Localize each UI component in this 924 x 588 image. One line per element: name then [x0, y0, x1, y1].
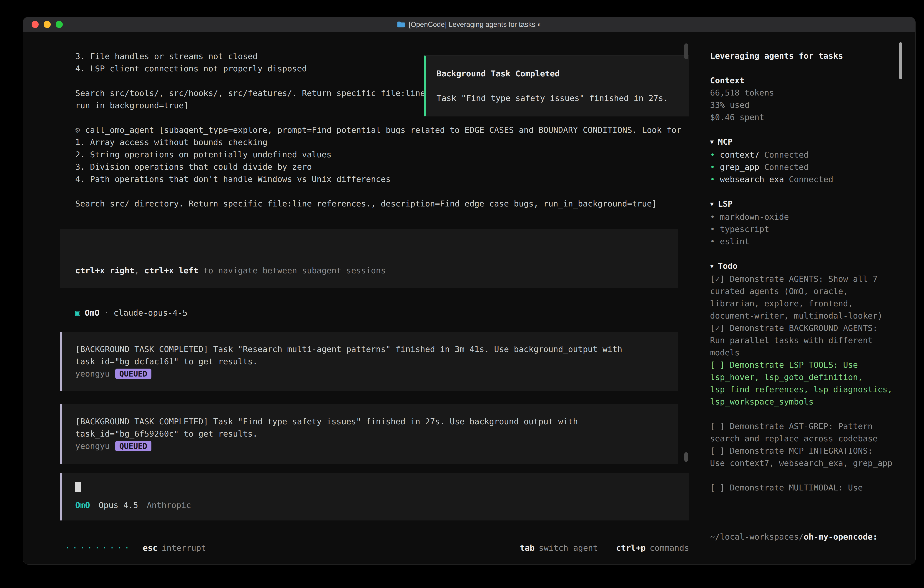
- todo-item: [✓] Demonstrate AGENTS: Show all 7 curat…: [710, 273, 902, 322]
- agent-header: ▣ OmO · claude-opus-4-5: [75, 307, 701, 319]
- collapse-arrow-icon: ▼: [710, 260, 714, 272]
- commands-key-label: commands: [650, 542, 689, 554]
- context-spent: $0.46 spent: [710, 111, 902, 124]
- collapse-arrow-icon: ▼: [710, 136, 714, 148]
- zoom-button[interactable]: [56, 21, 63, 28]
- tab-key-label: switch agent: [539, 542, 598, 554]
- todo-heading[interactable]: ▼Todo: [710, 260, 902, 273]
- mcp-item: • websearch_exa Connected: [710, 173, 902, 185]
- window-title: [OpenCode] Leveraging agents for tasks ◐: [409, 20, 541, 29]
- mcp-item: • context7 Connected: [710, 149, 902, 161]
- collapse-arrow-icon: ▼: [710, 198, 714, 210]
- lsp-name: markdown-oxide: [715, 212, 789, 221]
- conversation-pane: 3. File handles or streams not closed4. …: [23, 32, 701, 565]
- todo-item: [ ] Demonstrate MCP INTEGRATIONS: Use co…: [710, 445, 902, 469]
- input-model-name: Opus 4.5: [99, 499, 138, 511]
- model-indicator: OmO Opus 4.5 Anthropic: [75, 499, 680, 511]
- mcp-section: ▼MCP • context7 Connected• grep_app Conn…: [710, 136, 902, 185]
- session-title: Leveraging agents for tasks: [710, 50, 902, 62]
- message-block: [BACKGROUND TASK COMPLETED] Task "Resear…: [60, 332, 678, 391]
- statusbar-right: tab switch agent ctrl+p commands: [520, 542, 689, 554]
- mcp-name: grep_app: [715, 162, 759, 172]
- separator-dot: ·: [104, 307, 109, 319]
- agent-icon: ▣: [75, 307, 80, 319]
- lsp-heading[interactable]: ▼LSP: [710, 198, 902, 211]
- sidebar: Leveraging agents for tasks Context 66,5…: [701, 32, 915, 565]
- minimize-button[interactable]: [44, 21, 51, 28]
- bullet-icon: •: [710, 175, 715, 184]
- workspace-path: ~/local-workspaces/oh-my-opencode: maste…: [710, 506, 902, 565]
- message-meta: yeongyuQUEUED: [75, 440, 669, 452]
- titlebar[interactable]: [OpenCode] Leveraging agents for tasks ◐: [23, 17, 915, 32]
- input-agent-name: OmO: [75, 499, 90, 511]
- status-badge: QUEUED: [115, 368, 152, 379]
- toast-title: Background Task Completed: [437, 68, 678, 80]
- message-author: yeongyu: [75, 440, 110, 452]
- context-used: 33% used: [710, 99, 902, 111]
- toast-body: Task "Find type safety issues" finished …: [437, 92, 678, 104]
- log-line: Search src/ directory. Return specific f…: [75, 198, 701, 210]
- lsp-section: ▼LSP • markdown-oxide• typescript• eslin…: [710, 198, 902, 248]
- lsp-item: • typescript: [710, 223, 902, 235]
- message-meta: yeongyuQUEUED: [75, 368, 669, 380]
- prompt-input-line[interactable]: [75, 481, 680, 493]
- esc-key-label: interrupt: [162, 542, 206, 554]
- workspace-dir: ~/local-workspaces/: [710, 532, 804, 542]
- lsp-name: eslint: [715, 237, 750, 246]
- message-block: [BACKGROUND TASK COMPLETED] Task "Find t…: [60, 404, 678, 464]
- log-line: 2. String operations on potentially unde…: [75, 149, 701, 161]
- message-text-line: [BACKGROUND TASK COMPLETED] Task "Find t…: [75, 415, 669, 428]
- esc-key-hint: esc: [143, 542, 158, 554]
- mcp-name: websearch_exa: [715, 175, 784, 184]
- text-cursor: [75, 482, 81, 492]
- message-list: [BACKGROUND TASK COMPLETED] Task "Resear…: [23, 332, 701, 464]
- sidebar-scrollbar-thumb[interactable]: [899, 42, 902, 79]
- log-line: 4. Path operations that don't handle Win…: [75, 173, 701, 185]
- message-text-line: task_id="bg_dcfac161" to get results.: [75, 355, 669, 368]
- message-text-line: [BACKGROUND TASK COMPLETED] Task "Resear…: [75, 343, 669, 355]
- todo-item: [ ] Demonstrate AST-GREP: Pattern search…: [710, 420, 902, 445]
- bullet-icon: •: [710, 237, 715, 246]
- commands-key-hint: ctrl+p: [616, 542, 646, 554]
- tab-key-hint: tab: [520, 542, 535, 554]
- scrollbar-thumb-bottom[interactable]: [684, 452, 688, 462]
- bullet-icon: •: [710, 225, 715, 234]
- context-section: Context 66,518 tokens 33% used $0.46 spe…: [710, 74, 902, 124]
- mcp-status: Connected: [759, 150, 809, 159]
- terminal-window: [OpenCode] Leveraging agents for tasks ◐…: [23, 17, 916, 565]
- todo-item: [ ] Demonstrate MULTIMODAL: Use: [710, 482, 902, 494]
- log-line: 3. Division operations that could divide…: [75, 161, 701, 173]
- status-badge: QUEUED: [115, 441, 152, 451]
- agent-name: OmO: [85, 307, 100, 319]
- lsp-name: typescript: [715, 225, 769, 234]
- main-scrollbar[interactable]: [684, 32, 688, 565]
- folder-icon: [397, 21, 405, 28]
- bullet-icon: •: [710, 212, 715, 221]
- lsp-item: • markdown-oxide: [710, 211, 902, 223]
- workspace-repo: oh-my-opencode:: [804, 532, 878, 542]
- statusbar: ········· esc interrupt tab switch agent…: [65, 542, 689, 554]
- traffic-lights: [31, 21, 63, 28]
- log-line: 1. Array access without bounds checking: [75, 136, 701, 149]
- input-provider-name: Anthropic: [147, 499, 191, 511]
- log-line: ⚙ call_omo_agent [subagent_type=explore,…: [75, 124, 701, 136]
- statusbar-left: ········· esc interrupt: [65, 542, 206, 554]
- mcp-name: context7: [715, 150, 759, 159]
- prompt-input[interactable]: OmO Opus 4.5 Anthropic: [60, 473, 689, 520]
- context-tokens: 66,518 tokens: [710, 87, 902, 99]
- bullet-icon: •: [710, 150, 715, 159]
- todo-item: [ ] Demonstrate LSP TOOLS: Use lsp_hover…: [710, 359, 902, 408]
- window-title-group: [OpenCode] Leveraging agents for tasks ◐: [397, 20, 541, 29]
- mcp-status: Connected: [759, 162, 809, 172]
- lsp-item: • eslint: [710, 235, 902, 248]
- mcp-item: • grep_app Connected: [710, 161, 902, 173]
- close-button[interactable]: [31, 21, 39, 28]
- app-content: 3. File handles or streams not closed4. …: [23, 32, 915, 565]
- context-heading: Context: [710, 74, 902, 87]
- message-text-line: task_id="bg_6f59260c" to get results.: [75, 428, 669, 440]
- scrollbar-thumb-top[interactable]: [684, 43, 688, 59]
- spinner-dots: ·········: [65, 542, 132, 554]
- subagent-nav-hint: ctrl+x right, ctrl+x left to navigate be…: [75, 264, 669, 277]
- agent-model: claude-opus-4-5: [114, 307, 187, 319]
- mcp-heading[interactable]: ▼MCP: [710, 136, 902, 149]
